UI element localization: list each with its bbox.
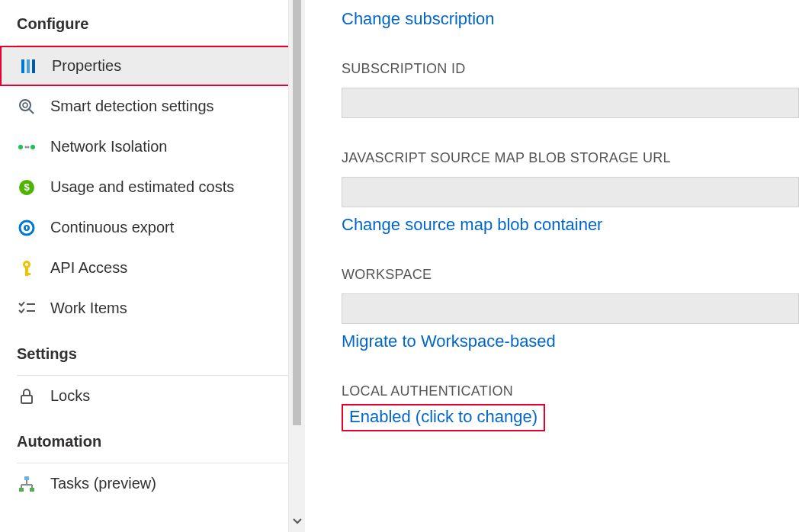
- sidebar-item-usage-costs[interactable]: $ Usage and estimated costs: [0, 167, 305, 207]
- sidebar-item-tasks[interactable]: Tasks (preview): [0, 463, 305, 504]
- network-icon: [17, 137, 37, 157]
- svg-point-6: [18, 145, 23, 149]
- svg-point-16: [25, 263, 28, 266]
- svg-point-7: [30, 145, 35, 149]
- section-header-configure: Configure: [0, 6, 305, 45]
- subscription-id-input[interactable]: [342, 88, 799, 118]
- migrate-workspace-link[interactable]: Migrate to Workspace-based: [342, 332, 556, 351]
- workspace-input[interactable]: [342, 293, 799, 324]
- sidebar-item-work-items[interactable]: Work Items: [0, 288, 305, 328]
- section-header-automation: Automation: [0, 416, 305, 463]
- svg-point-8: [25, 146, 27, 148]
- lock-icon: [17, 386, 37, 406]
- sidebar: Configure Properties: [0, 0, 305, 532]
- svg-rect-22: [24, 476, 29, 480]
- local-auth-label: LOCAL AUTHENTICATION: [342, 383, 799, 399]
- local-auth-toggle-link[interactable]: Enabled (click to change): [349, 407, 537, 426]
- sidebar-item-label: Tasks (preview): [50, 475, 156, 492]
- local-auth-highlight: Enabled (click to change): [342, 404, 545, 431]
- svg-rect-14: [26, 226, 27, 229]
- change-sourcemap-link[interactable]: Change source map blob container: [342, 215, 602, 235]
- sidebar-scrollbar[interactable]: [288, 0, 305, 532]
- sidebar-item-label: Work Items: [50, 300, 127, 317]
- sidebar-item-smart-detection[interactable]: Smart detection settings: [0, 86, 305, 127]
- sidebar-item-label: Properties: [52, 57, 121, 75]
- checklist-icon: [17, 299, 37, 319]
- key-icon: [17, 258, 37, 278]
- dollar-circle-icon: $: [17, 178, 37, 197]
- sidebar-item-properties[interactable]: Properties: [0, 46, 305, 86]
- export-circle-icon: [17, 218, 37, 238]
- svg-line-4: [29, 109, 34, 114]
- svg-point-9: [27, 146, 30, 148]
- svg-rect-2: [32, 59, 35, 73]
- svg-rect-1: [27, 59, 30, 73]
- scroll-down-icon[interactable]: [289, 511, 305, 532]
- svg-rect-28: [30, 488, 34, 492]
- svg-rect-21: [21, 396, 32, 403]
- magnifier-cog-icon: [17, 97, 37, 117]
- scrollbar-thumb[interactable]: [293, 0, 301, 425]
- svg-rect-27: [19, 488, 24, 492]
- workspace-label: WORKSPACE: [342, 267, 799, 283]
- tasks-icon: [17, 474, 37, 494]
- sidebar-item-label: Locks: [50, 387, 90, 405]
- subscription-id-label: SUBSCRIPTION ID: [342, 61, 799, 77]
- svg-rect-0: [21, 59, 24, 73]
- js-sourcemap-label: JAVASCRIPT SOURCE MAP BLOB STORAGE URL: [342, 150, 799, 166]
- svg-point-3: [20, 100, 30, 111]
- sidebar-item-label: Continuous export: [50, 219, 174, 236]
- section-header-settings: Settings: [0, 328, 305, 375]
- sidebar-item-label: Network Isolation: [50, 138, 167, 155]
- sidebar-item-network-isolation[interactable]: Network Isolation: [0, 127, 305, 167]
- sidebar-item-label: Usage and estimated costs: [50, 178, 234, 196]
- sidebar-item-label: Smart detection settings: [50, 98, 214, 115]
- change-subscription-link[interactable]: Change subscription: [342, 9, 495, 28]
- properties-icon: [18, 56, 38, 76]
- sidebar-item-continuous-export[interactable]: Continuous export: [0, 207, 305, 248]
- svg-rect-18: [27, 273, 30, 275]
- svg-text:$: $: [24, 181, 30, 193]
- sidebar-item-api-access[interactable]: API Access: [0, 248, 305, 288]
- sidebar-item-label: API Access: [50, 259, 127, 277]
- content-panel: Change subscription SUBSCRIPTION ID JAVA…: [305, 0, 799, 532]
- sidebar-item-locks[interactable]: Locks: [0, 376, 305, 416]
- svg-point-5: [23, 103, 27, 107]
- js-sourcemap-input[interactable]: [342, 177, 799, 207]
